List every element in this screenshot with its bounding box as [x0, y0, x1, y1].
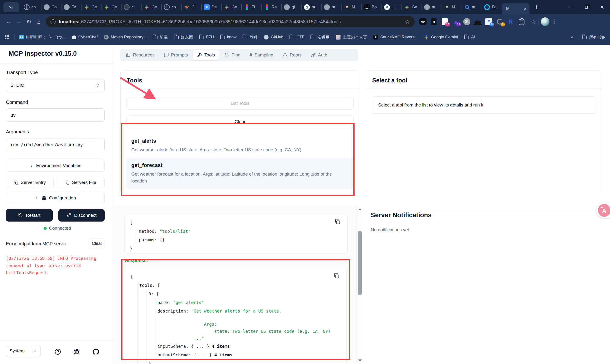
arguments-input[interactable]: run /root/weather/weather.py [6, 138, 104, 151]
browser-tab[interactable]: Bo [362, 0, 382, 14]
servers-file-button[interactable]: Servers File [57, 177, 104, 188]
browser-tab[interactable]: cn [162, 0, 182, 14]
home-button[interactable]: ⌂ [34, 17, 44, 27]
tab-resources[interactable]: Resources [121, 50, 159, 60]
tab-prompts[interactable]: Prompts [160, 50, 192, 60]
browser-tab[interactable]: Fa [482, 0, 502, 14]
tab-search-button[interactable] [3, 2, 19, 12]
extension-puzzle-icon[interactable] [518, 18, 526, 26]
browser-tab[interactable]: 知De [202, 0, 221, 14]
profile-avatar[interactable] [541, 17, 549, 26]
bookmark-item[interactable]: 土豆の个人页 [336, 35, 367, 40]
extension-snow-icon[interactable]: *9 [485, 18, 493, 26]
extension-h-icon[interactable]: H [430, 18, 438, 26]
extension-up-icon[interactable]: ▲18 [452, 18, 460, 26]
favorites-list-icon[interactable]: ☆ [531, 18, 536, 25]
tab-label: Tools [205, 52, 215, 58]
browser-tab[interactable]: m [422, 0, 442, 14]
transport-type-select[interactable]: STDIO [6, 78, 104, 92]
window-restore-button[interactable] [579, 0, 594, 14]
site-info-icon[interactable]: i [51, 19, 55, 24]
restart-button[interactable]: Restart [6, 209, 53, 221]
extension-c-icon[interactable]: 1 [496, 18, 504, 26]
browser-tab[interactable]: Re [262, 0, 282, 14]
minimize-icon [569, 7, 572, 7]
bookmark-star-icon[interactable]: ☆ [405, 19, 410, 25]
bookmark-item[interactable]: GitHub [264, 35, 283, 39]
browser-tab[interactable]: cn [21, 0, 41, 14]
translate-a-glyph: A [602, 207, 607, 215]
browser-tab[interactable]: MM [442, 0, 462, 14]
scroll-up-arrow[interactable] [358, 208, 362, 210]
bookmark-item[interactable]: CTF [289, 35, 304, 39]
tab-auth[interactable]: Auth [307, 50, 331, 60]
browser-tab[interactable]: Co [41, 0, 62, 14]
browser-tab[interactable]: m [322, 0, 342, 14]
server-entry-button[interactable]: Server Entry [6, 177, 54, 188]
bookmark-item[interactable]: know [220, 35, 237, 39]
browser-tab[interactable]: Ge [402, 0, 422, 14]
help-button[interactable] [52, 346, 63, 357]
extension-hat-icon[interactable] [474, 18, 482, 26]
apps-grid-icon[interactable] [5, 35, 9, 39]
bookmark-item[interactable]: CyberChef [72, 35, 98, 39]
translate-button[interactable]: A [598, 204, 610, 217]
back-button[interactable]: ← [4, 17, 14, 27]
browser-tab[interactable]: FA [62, 0, 81, 14]
bookmark-item[interactable]: 前端 [153, 35, 168, 40]
command-input[interactable]: uv [6, 108, 104, 122]
bookmark-item[interactable]: FZU [199, 35, 214, 39]
browser-tab[interactable]: Ge [142, 0, 162, 14]
browser-tab[interactable]: m [462, 0, 482, 14]
bookmark-item[interactable]: XSauceNAO Revers... [373, 35, 418, 39]
report-bug-button[interactable] [71, 346, 82, 357]
browser-tab[interactable]: MM [342, 0, 362, 14]
theme-select[interactable]: System [6, 345, 41, 357]
tab-sampling[interactable]: #Sampling [246, 50, 277, 60]
extension-r-icon[interactable]: R [506, 18, 515, 26]
tab-roots[interactable]: Roots [278, 50, 306, 60]
browser-tab[interactable]: Fi [242, 0, 262, 14]
error-clear-button[interactable]: Clear [89, 238, 105, 249]
bookmark-item[interactable]: MMaven Repository... [104, 35, 146, 39]
browser-tab-active[interactable]: M × [502, 3, 530, 14]
extension-cmd-icon[interactable]: ⌘ [463, 18, 471, 26]
bookmarks-overflow-chevron[interactable]: » [571, 34, 573, 40]
browser-tab[interactable]: gi [282, 0, 302, 14]
configuration-button[interactable]: Configuration [6, 192, 104, 204]
tab-ping[interactable]: Ping [220, 50, 245, 60]
tab-close-icon[interactable]: × [523, 6, 527, 12]
browser-menu-icon[interactable]: ⋮ [549, 18, 559, 25]
browser-tab[interactable]: if11 [382, 0, 402, 14]
reload-button[interactable]: ↻ [24, 17, 34, 27]
forward-button[interactable]: → [14, 17, 24, 27]
browser-tab[interactable]: Ge [102, 0, 121, 14]
browser-tab[interactable]: Ge [81, 0, 102, 14]
scrollbar-thumb[interactable] [358, 231, 362, 295]
window-minimize-button[interactable] [563, 0, 579, 14]
book-dark-favicon [364, 4, 370, 10]
address-bar[interactable]: i localhost:6274/?MCP_PROXY_AUTH_TOKEN=6… [46, 16, 415, 27]
scroll-down-arrow[interactable] [358, 360, 362, 362]
browser-tab[interactable]: Ge [221, 0, 242, 14]
copy-request-button[interactable] [334, 219, 340, 225]
tab-tools[interactable]: Tools [193, 50, 219, 60]
all-bookmarks-folder[interactable]: 所有书签 [582, 35, 605, 40]
bookmark-item[interactable]: 哔哩哔哩 ( ゜- ゜)つ... [19, 35, 66, 40]
github-link-button[interactable] [90, 346, 102, 357]
extension-oo-icon[interactable]: oo [419, 18, 427, 26]
browser-tab[interactable]: ct [121, 0, 142, 14]
window-close-button[interactable]: × [594, 0, 610, 14]
history-scrollbar[interactable] [356, 206, 363, 364]
environment-variables-button[interactable]: Environment Variables [6, 160, 104, 171]
bookmark-item[interactable]: 渗透用 [311, 35, 330, 40]
bookmark-item[interactable]: 好东西 [174, 35, 193, 40]
bookmark-item[interactable]: 教程 [243, 35, 258, 40]
extension-doc-icon[interactable]: 10 [441, 18, 449, 26]
browser-tab[interactable]: Cl [182, 0, 202, 14]
new-tab-button[interactable]: + [531, 2, 542, 13]
bookmark-item[interactable]: AI [464, 35, 475, 39]
bookmark-item[interactable]: Google Gemini [424, 35, 458, 39]
browser-tab[interactable]: Ght [302, 0, 322, 14]
disconnect-button[interactable]: Disconnect [58, 209, 104, 221]
